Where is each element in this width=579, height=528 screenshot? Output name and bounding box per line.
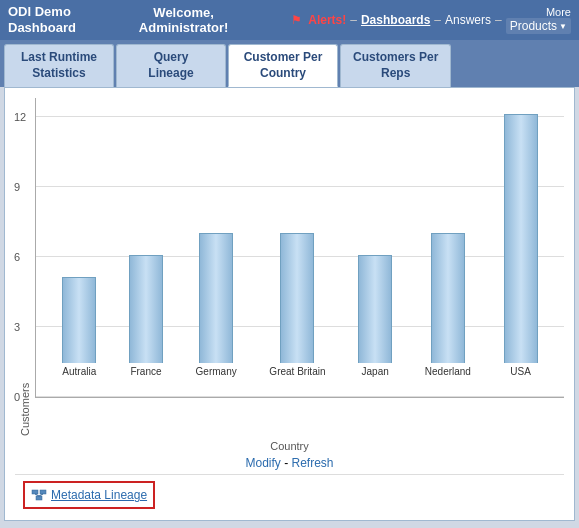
metadata-lineage-wrapper[interactable]: Metadata Lineage: [23, 481, 155, 509]
products-dropdown-icon: ▼: [559, 22, 567, 31]
bar-group: Nederland: [425, 233, 471, 377]
answers-nav-link[interactable]: Answers: [445, 13, 491, 27]
svg-rect-1: [40, 490, 46, 494]
bar-x-label: USA: [510, 366, 531, 377]
chart-bar[interactable]: [504, 114, 538, 363]
grid-line: [36, 396, 564, 397]
chart-bar[interactable]: [199, 233, 233, 363]
bar-x-label: Nederland: [425, 366, 471, 377]
y-tick-label: 12: [14, 111, 26, 123]
svg-rect-0: [32, 490, 38, 494]
top-nav: ⚑ Alerts! – Dashboards – Answers – More …: [291, 6, 571, 34]
refresh-link[interactable]: Refresh: [291, 456, 333, 470]
y-tick-label: 0: [14, 391, 20, 403]
metadata-icon: [31, 487, 47, 503]
tab-query-lineage[interactable]: Query Lineage: [116, 44, 226, 87]
y-axis-label: Customers: [15, 98, 35, 436]
modify-link[interactable]: Modify: [245, 456, 280, 470]
nav-sep-1: –: [350, 13, 357, 27]
tab-customer-per-country[interactable]: Customer Per Country: [228, 44, 338, 87]
bars-container: AutraliaFranceGermanyGreat BritainJapanN…: [36, 98, 564, 377]
chart-container: Customers 036912AutraliaFranceGermanyGre…: [15, 98, 564, 470]
chart-bar[interactable]: [62, 277, 96, 364]
y-tick-label: 6: [14, 251, 20, 263]
alerts-flag-icon: ⚑: [291, 13, 302, 27]
x-axis-label: Country: [15, 440, 564, 452]
bar-group: Japan: [358, 255, 392, 377]
bar-group: Great Britain: [269, 233, 325, 377]
chart-bar[interactable]: [431, 233, 465, 363]
main-content: Customers 036912AutraliaFranceGermanyGre…: [4, 87, 575, 521]
chart-bar[interactable]: [129, 255, 163, 363]
y-tick-label: 9: [14, 181, 20, 193]
svg-line-4: [39, 494, 43, 496]
chart-area: Customers 036912AutraliaFranceGermanyGre…: [15, 98, 564, 436]
svg-rect-2: [36, 496, 42, 500]
chart-bar[interactable]: [280, 233, 314, 363]
alerts-link[interactable]: Alerts!: [308, 13, 346, 27]
tab-customers-per-reps[interactable]: Customers Per Reps: [340, 44, 451, 87]
tab-bar: Last Runtime Statistics Query Lineage Cu…: [0, 40, 579, 87]
app-logo: ODI Demo Dashboard: [8, 4, 76, 35]
bar-group: Autralia: [62, 277, 96, 378]
svg-line-3: [35, 494, 39, 496]
y-tick-label: 3: [14, 321, 20, 333]
app-header: ODI Demo Dashboard Welcome, Administrato…: [0, 0, 579, 40]
dashboards-nav-link[interactable]: Dashboards: [361, 13, 430, 27]
tab-last-runtime[interactable]: Last Runtime Statistics: [4, 44, 114, 87]
metadata-lineage-link[interactable]: Metadata Lineage: [51, 488, 147, 502]
chart-links: Modify - Refresh: [15, 456, 564, 470]
footer: Metadata Lineage: [15, 474, 564, 515]
bar-group: Germany: [196, 233, 237, 377]
bar-group: USA: [504, 114, 538, 377]
nav-sep-2: –: [434, 13, 441, 27]
nav-sep-3: –: [495, 13, 502, 27]
bar-x-label: Autralia: [62, 366, 96, 377]
chart-inner: 036912AutraliaFranceGermanyGreat Britain…: [35, 98, 564, 398]
welcome-message: Welcome, Administrator!: [139, 5, 229, 35]
bar-x-label: Great Britain: [269, 366, 325, 377]
bar-x-label: Germany: [196, 366, 237, 377]
more-products-menu[interactable]: More Products ▼: [506, 6, 571, 34]
bar-x-label: France: [130, 366, 161, 377]
bar-x-label: Japan: [362, 366, 389, 377]
bar-group: France: [129, 255, 163, 377]
chart-bar[interactable]: [358, 255, 392, 363]
